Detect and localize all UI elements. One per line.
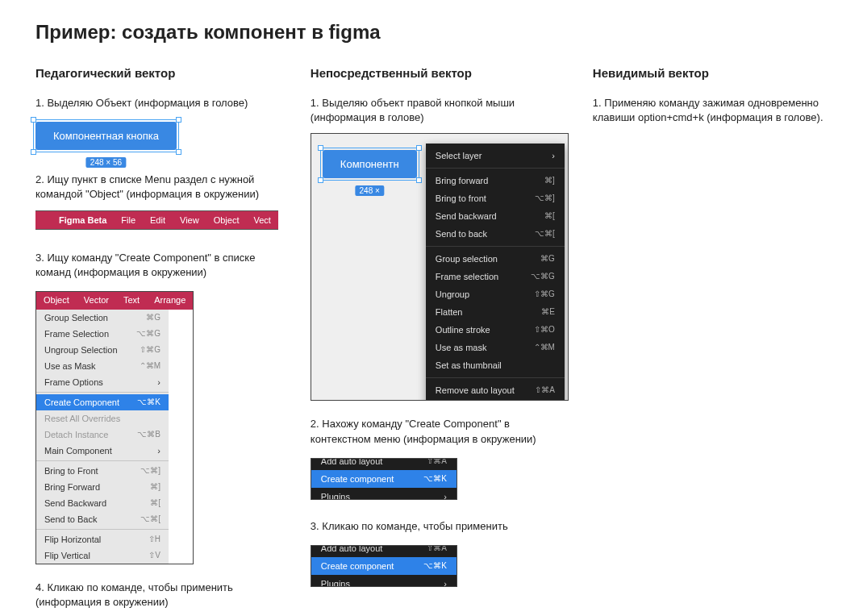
page-title: Пример: создать компонент в figma	[35, 21, 828, 44]
context-menu-item: Outline stroke⇧⌘O	[426, 321, 565, 339]
tab-arrange: Arrange	[147, 292, 193, 310]
menubar-edit: Edit	[143, 215, 173, 225]
menu-item: Group Selection⌘G	[36, 310, 169, 326]
component-button-2: Компонентн	[323, 150, 417, 178]
context-menu-item: Plugins	[311, 488, 457, 500]
menu-item: Flip Vertical⇧V	[36, 547, 169, 564]
menu-item: Main Component	[36, 443, 169, 459]
tab-text: Text	[116, 292, 147, 310]
col1-heading: Педагогический вектор	[35, 66, 278, 80]
handle-tr	[176, 117, 181, 123]
handle-br	[176, 149, 181, 155]
menu-item: Bring Forward⌘]	[36, 479, 169, 495]
menubar-object: Object	[206, 215, 247, 225]
context-menu-item: Send backward⌘[	[426, 207, 565, 225]
menu-item: Frame Selection⌥⌘G	[36, 326, 169, 342]
context-menu-item: Add auto layout⇧⌘A	[311, 458, 457, 470]
menu-item: Use as Mask⌃⌘M	[36, 358, 169, 374]
col2-step1: 1. Выделяю объект правой кнопкой мыши (и…	[311, 96, 561, 125]
context-menu: Select layerBring forward⌘]Bring to fron…	[426, 144, 565, 401]
dimension-label: 248 × 56	[86, 157, 126, 168]
col2-heading: Непосредственный вектор	[311, 66, 561, 80]
col3-heading: Невидимый вектор	[593, 66, 828, 80]
menu-item: Frame Options	[36, 374, 169, 390]
tab-object: Object	[36, 292, 77, 310]
menubar-file: File	[114, 215, 143, 225]
context-menu-canvas: Компонентн 248 × Select layerBring forwa…	[311, 133, 569, 401]
menubar-view: View	[173, 215, 206, 225]
figma-menubar: Figma Beta File Edit View Object Vect	[35, 210, 278, 230]
context-menu-item: Plugins	[311, 575, 457, 587]
object-menu: Object Vector Text Arrange Group Selecti…	[35, 291, 194, 564]
col2-step2: 2. Нахожу команду "Create Component" в к…	[311, 417, 561, 446]
context-menu-item: Send to back⌥⌘[	[426, 225, 565, 243]
col-invisible: Невидимый вектор 1. Применяю команду заж…	[593, 66, 828, 616]
columns: Педагогический вектор 1. Выделяю Объект …	[35, 66, 828, 616]
menu-item: Send to Back⌥⌘[	[36, 511, 169, 527]
context-menu-item: Select layer	[426, 147, 565, 164]
menu-item: Flip Horizontal⇧H	[36, 531, 169, 547]
handle-bl	[31, 149, 36, 155]
menu-item: Create Component⌥⌘K	[36, 394, 169, 410]
figma-selection: Компонентная кнопка 248 × 56	[35, 122, 177, 150]
figma-selection-2: Компонентн 248 ×	[323, 150, 417, 178]
context-menu-item: Bring to front⌥⌘]	[426, 189, 565, 207]
context-menu-item: Create component⌥⌘K	[311, 470, 457, 488]
context-menu-item: Remove auto layout⇧⌘A	[426, 381, 565, 399]
context-menu-item: Frame selection⌥⌘G	[426, 268, 565, 285]
context-menu-item: Bring forward⌘]	[426, 172, 565, 189]
object-menu-items: Group Selection⌘GFrame Selection⌥⌘GUngro…	[36, 310, 169, 564]
menu-item: Detach Instance⌥⌘B	[36, 427, 169, 443]
menubar-vector: Vect	[246, 215, 277, 225]
context-menu-item: Group selection⌘G	[426, 250, 565, 268]
context-menu-item: Use as mask⌃⌘M	[426, 339, 565, 356]
menu-item: Reset All Overrides	[36, 410, 169, 427]
menu-item: Bring to Front⌥⌘]	[36, 463, 169, 479]
col1-step4: 4. Кликаю по команде, чтобы применить (и…	[35, 581, 278, 610]
context-menu-item: Create component⌥⌘K	[426, 399, 565, 401]
component-button: Компонентная кнопка	[35, 122, 177, 150]
context-menu-snippet-2: Add auto layout⇧⌘ACreate component⌥⌘KPlu…	[311, 545, 457, 587]
col1-step2: 2. Ищу пункт в списке Menu раздел с нужн…	[35, 173, 278, 202]
col1-step1: 1. Выделяю Объект (информация в голове)	[35, 96, 278, 110]
col-pedagogical: Педагогический вектор 1. Выделяю Объект …	[35, 66, 278, 616]
menu-item: Send Backward⌘[	[36, 495, 169, 511]
context-menu-item: Create component⌥⌘K	[311, 557, 457, 575]
menu-item: Ungroup Selection⇧⌘G	[36, 342, 169, 358]
context-menu-item: Ungroup⇧⌘G	[426, 285, 565, 303]
context-menu-item: Set as thumbnail	[426, 356, 565, 374]
context-menu-item: Add auto layout⇧⌘A	[311, 545, 457, 557]
col-direct: Непосредственный вектор 1. Выделяю объек…	[311, 66, 561, 616]
context-menu-item: Flatten⌘E	[426, 303, 565, 321]
col2-step3: 3. Кликаю по команде, чтобы применить	[311, 519, 561, 534]
menu-tabs: Object Vector Text Arrange	[36, 292, 193, 310]
menubar-appname: Figma Beta	[52, 215, 114, 225]
tab-vector: Vector	[77, 292, 116, 310]
context-menu-snippet-1: Add auto layout⇧⌘ACreate component⌥⌘KPlu…	[311, 458, 457, 500]
col3-step1: 1. Применяю команду зажимая одновременно…	[593, 96, 828, 125]
dimension-label-2: 248 ×	[356, 185, 384, 196]
col1-step3: 3. Ищу команду "Create Component" в спис…	[35, 251, 278, 280]
